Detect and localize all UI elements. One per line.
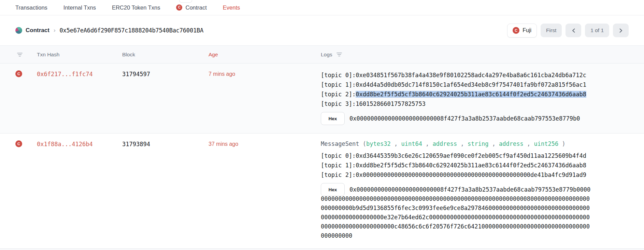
tab-transactions[interactable]: Transactions — [15, 4, 47, 11]
param-separator: , — [524, 140, 534, 147]
c-badge-letter: C — [17, 72, 20, 76]
event-signature: MessageSent (bytes32 , uint64 , address … — [321, 140, 591, 147]
pagination-prev-button[interactable] — [566, 24, 581, 37]
pagination-first-button[interactable]: First — [541, 24, 562, 37]
tab-internal-txns[interactable]: Internal Txns — [63, 4, 96, 11]
topic-label: [topic 1]: — [321, 81, 356, 88]
hex-data-value: 0x0000000000000000000000008f427f3a3a8b25… — [321, 114, 591, 123]
topic-value: 0xd36445359b3c6e26c120659aef090ce0f2eb00… — [356, 152, 586, 159]
txn-hash-link[interactable]: 0x1f88a...4126b4 — [37, 141, 93, 148]
logs-cell: [topic 0]:0xe034851f567b38fa4a438e9f8010… — [321, 70, 591, 123]
param-separator: , — [488, 140, 499, 147]
tab-contract[interactable]: C Contract — [176, 4, 206, 11]
tab-erc20-token-txns[interactable]: ERC20 Token Txns — [112, 4, 160, 11]
topic-label: [topic 1]: — [321, 162, 356, 169]
block-number: 31794597 — [122, 71, 150, 78]
pagination-next-button[interactable] — [613, 24, 629, 37]
page-header: Contract › 0x5e67eA6d6f290F857c1888204b7… — [0, 15, 644, 46]
tab-label: Transactions — [15, 4, 47, 11]
event-param-type: uint64 — [401, 140, 422, 147]
age-value: 7 mins ago — [209, 71, 235, 77]
column-header-logs: Logs — [321, 52, 342, 58]
event-param-type: string — [468, 140, 488, 147]
tab-label: ERC20 Token Txns — [112, 4, 160, 11]
tabs-bar: Transactions Internal Txns ERC20 Token T… — [0, 0, 644, 15]
breadcrumb-separator-icon: › — [53, 27, 56, 34]
c-chain-icon: C — [15, 140, 22, 147]
topic-label: [topic 2]: — [321, 91, 356, 98]
tab-events[interactable]: Events — [223, 4, 240, 11]
filter-lines-icon[interactable] — [337, 52, 342, 57]
column-header-txn-hash: Txn Hash — [37, 52, 59, 58]
popover-remnant — [179, 0, 192, 3]
c-chain-icon: C — [513, 27, 519, 34]
topic-value: 0x00000000000000000000000000000000000000… — [356, 171, 586, 178]
hex-data-block: Hex0x0000000000000000000000008f427f3a3a8… — [321, 114, 591, 123]
contract-address: 0x5e67eA6d6f290F857c1888204b7540Bac76001… — [60, 27, 203, 34]
contract-identicon — [15, 27, 22, 34]
tab-label: Contract — [185, 4, 206, 11]
next-row-edge — [0, 249, 644, 250]
column-header-logs-label: Logs — [321, 52, 332, 58]
topic-value: 0xe034851f567b38fa4a438e9f80102258adc4a2… — [356, 72, 586, 79]
breadcrumb-section: Contract — [26, 27, 49, 34]
logs-cell: MessageSent (bytes32 , uint64 , address … — [321, 140, 591, 240]
param-separator: , — [391, 140, 401, 147]
topic-line: [topic 2]:0x0000000000000000000000000000… — [321, 170, 591, 180]
chevron-left-icon — [572, 28, 575, 33]
topic-line: [topic 1]:0xd4d4a5d0db05dc714f8150c1af65… — [321, 80, 591, 89]
topic-line: [topic 2]:0xdd8be2f5f5d5cf3b8640c6292402… — [321, 89, 591, 99]
event-param-type: address — [433, 140, 457, 147]
network-badge-label: Fuji — [523, 27, 531, 33]
param-separator: , — [457, 140, 468, 147]
topic-line: [topic 1]:0xdd8be2f5f5d5cf3b8640c6292402… — [321, 161, 591, 170]
event-param-type: address — [499, 140, 524, 147]
filter-lines-icon[interactable] — [17, 52, 23, 57]
topic-value: 0xdd8be2f5f5d5cf3b8640c62924025b311ae83c… — [356, 162, 586, 169]
block-number: 31793894 — [122, 141, 150, 148]
topic-line: [topic 0]:0xe034851f567b38fa4a438e9f8010… — [321, 70, 591, 80]
c-chain-icon: C — [176, 4, 182, 11]
topic-line: [topic 0]:0xd36445359b3c6e26c120659aef09… — [321, 151, 591, 161]
age-value: 37 mins ago — [209, 141, 238, 147]
c-chain-icon: C — [15, 70, 22, 77]
hex-data-value: 0x0000000000000000000000008f427f3a3a8b25… — [321, 185, 591, 240]
topic-label: [topic 0]: — [321, 72, 356, 79]
pagination-controls: C Fuji First 1 of 1 — [507, 24, 629, 38]
topic-value: 16015286601757825753 — [356, 100, 426, 107]
events-table-body: C0x6f217...f1fc74317945977 mins ago[topi… — [0, 64, 644, 249]
tab-label: Events — [223, 4, 240, 11]
topic-value: 0xdd8be2f5f5d5cf3b8640c62924025b311ae83c… — [356, 91, 586, 98]
table-row: C0x1f88a...4126b43179389437 mins agoMess… — [0, 134, 644, 249]
c-badge-letter: C — [17, 142, 20, 146]
close-paren: ) — [558, 140, 565, 147]
open-paren: ( — [359, 140, 366, 147]
param-separator: , — [422, 140, 433, 147]
topic-value: 0xd4d4a5d0db05dc714f8150c1af654ed34eb8c9… — [356, 81, 586, 88]
topic-label: [topic 2]: — [321, 171, 356, 178]
topic-label: [topic 0]: — [321, 152, 356, 159]
topics-list: [topic 0]:0xe034851f567b38fa4a438e9f8010… — [321, 70, 591, 109]
tab-label: Internal Txns — [63, 4, 96, 11]
event-param-type: uint256 — [534, 140, 558, 147]
event-param-type: bytes32 — [366, 140, 391, 147]
events-table-header: Txn Hash Block Age Logs — [0, 46, 644, 64]
hex-toggle-button[interactable]: Hex — [321, 183, 345, 196]
topic-label: [topic 3]: — [321, 100, 356, 107]
column-header-age[interactable]: Age — [209, 52, 218, 58]
breadcrumb: Contract › 0x5e67eA6d6f290F857c1888204b7… — [15, 27, 203, 34]
event-name: MessageSent — [321, 140, 359, 147]
chevron-right-icon — [619, 28, 623, 33]
network-badge-fuji[interactable]: C Fuji — [507, 24, 537, 38]
hex-data-block: Hex0x0000000000000000000000008f427f3a3a8… — [321, 185, 591, 240]
column-header-block: Block — [122, 52, 135, 58]
topics-list: [topic 0]:0xd36445359b3c6e26c120659aef09… — [321, 151, 591, 180]
txn-hash-link[interactable]: 0x6f217...f1fc74 — [37, 71, 93, 78]
topic-line: [topic 3]:16015286601757825753 — [321, 99, 591, 109]
hex-toggle-button[interactable]: Hex — [321, 112, 345, 125]
events-table: Txn Hash Block Age Logs C0x6f217...f1fc7… — [0, 46, 644, 250]
table-row: C0x6f217...f1fc74317945977 mins ago[topi… — [0, 64, 644, 134]
pagination-page-indicator: 1 of 1 — [585, 24, 609, 37]
